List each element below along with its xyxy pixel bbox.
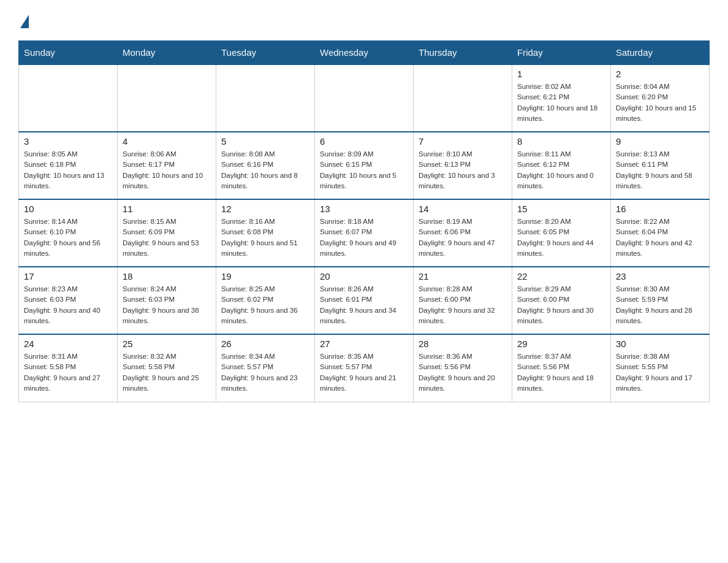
calendar-cell: 10Sunrise: 8:14 AMSunset: 6:10 PMDayligh… xyxy=(19,199,118,267)
header-thursday: Thursday xyxy=(414,41,512,65)
calendar-cell: 26Sunrise: 8:34 AMSunset: 5:57 PMDayligh… xyxy=(216,334,315,402)
cell-info: Sunrise: 8:09 AMSunset: 6:15 PMDaylight:… xyxy=(320,149,408,191)
weekday-header-row: Sunday Monday Tuesday Wednesday Thursday… xyxy=(19,41,710,65)
header-friday: Friday xyxy=(512,41,611,65)
cell-info: Sunrise: 8:28 AMSunset: 6:00 PMDaylight:… xyxy=(419,284,507,326)
calendar-cell xyxy=(118,64,216,132)
calendar-cell: 13Sunrise: 8:18 AMSunset: 6:07 PMDayligh… xyxy=(315,199,414,267)
day-number: 15 xyxy=(517,204,605,214)
cell-info: Sunrise: 8:29 AMSunset: 6:00 PMDaylight:… xyxy=(517,284,605,326)
calendar-cell: 3Sunrise: 8:05 AMSunset: 6:18 PMDaylight… xyxy=(19,132,118,199)
calendar-cell: 30Sunrise: 8:38 AMSunset: 5:55 PMDayligh… xyxy=(611,334,710,402)
cell-info: Sunrise: 8:06 AMSunset: 6:17 PMDaylight:… xyxy=(123,149,211,191)
day-number: 18 xyxy=(123,271,211,282)
cell-info: Sunrise: 8:05 AMSunset: 6:18 PMDaylight:… xyxy=(24,149,112,191)
calendar-cell xyxy=(414,64,512,132)
cell-info: Sunrise: 8:32 AMSunset: 5:58 PMDaylight:… xyxy=(123,351,211,394)
calendar-cell: 5Sunrise: 8:08 AMSunset: 6:16 PMDaylight… xyxy=(216,132,315,199)
calendar-cell: 9Sunrise: 8:13 AMSunset: 6:11 PMDaylight… xyxy=(611,132,710,199)
cell-info: Sunrise: 8:24 AMSunset: 6:03 PMDaylight:… xyxy=(123,284,211,326)
calendar-cell xyxy=(19,64,118,132)
calendar-cell: 17Sunrise: 8:23 AMSunset: 6:03 PMDayligh… xyxy=(19,267,118,334)
calendar-cell: 11Sunrise: 8:15 AMSunset: 6:09 PMDayligh… xyxy=(118,199,216,267)
cell-info: Sunrise: 8:34 AMSunset: 5:57 PMDaylight:… xyxy=(221,351,309,394)
calendar-cell: 15Sunrise: 8:20 AMSunset: 6:05 PMDayligh… xyxy=(512,199,611,267)
day-number: 22 xyxy=(517,271,605,282)
calendar-cell: 20Sunrise: 8:26 AMSunset: 6:01 PMDayligh… xyxy=(315,267,414,334)
cell-info: Sunrise: 8:13 AMSunset: 6:11 PMDaylight:… xyxy=(616,149,704,191)
day-number: 4 xyxy=(123,136,211,147)
calendar-table: Sunday Monday Tuesday Wednesday Thursday… xyxy=(18,40,710,402)
calendar-cell: 25Sunrise: 8:32 AMSunset: 5:58 PMDayligh… xyxy=(118,334,216,402)
calendar-week-row: 3Sunrise: 8:05 AMSunset: 6:18 PMDaylight… xyxy=(19,132,710,199)
header-tuesday: Tuesday xyxy=(216,41,315,65)
calendar-week-row: 10Sunrise: 8:14 AMSunset: 6:10 PMDayligh… xyxy=(19,199,710,267)
cell-info: Sunrise: 8:14 AMSunset: 6:10 PMDaylight:… xyxy=(24,216,112,259)
day-number: 7 xyxy=(419,136,507,147)
logo-triangle-icon xyxy=(20,15,29,28)
header-monday: Monday xyxy=(118,41,216,65)
calendar-cell: 2Sunrise: 8:04 AMSunset: 6:20 PMDaylight… xyxy=(611,64,710,132)
cell-info: Sunrise: 8:31 AMSunset: 5:58 PMDaylight:… xyxy=(24,351,112,394)
cell-info: Sunrise: 8:02 AMSunset: 6:21 PMDaylight:… xyxy=(517,82,605,124)
day-number: 23 xyxy=(616,271,704,282)
cell-info: Sunrise: 8:23 AMSunset: 6:03 PMDaylight:… xyxy=(24,284,112,326)
header-sunday: Sunday xyxy=(19,41,118,65)
day-number: 11 xyxy=(123,204,211,214)
calendar-cell: 12Sunrise: 8:16 AMSunset: 6:08 PMDayligh… xyxy=(216,199,315,267)
day-number: 2 xyxy=(616,69,704,79)
cell-info: Sunrise: 8:30 AMSunset: 5:59 PMDaylight:… xyxy=(616,284,704,326)
day-number: 29 xyxy=(517,339,605,349)
cell-info: Sunrise: 8:10 AMSunset: 6:13 PMDaylight:… xyxy=(419,149,507,191)
day-number: 30 xyxy=(616,339,704,349)
cell-info: Sunrise: 8:11 AMSunset: 6:12 PMDaylight:… xyxy=(517,149,605,191)
calendar-cell: 1Sunrise: 8:02 AMSunset: 6:21 PMDaylight… xyxy=(512,64,611,132)
header xyxy=(18,12,710,28)
logo xyxy=(18,12,29,28)
cell-info: Sunrise: 8:04 AMSunset: 6:20 PMDaylight:… xyxy=(616,82,704,124)
day-number: 6 xyxy=(320,136,408,147)
cell-info: Sunrise: 8:18 AMSunset: 6:07 PMDaylight:… xyxy=(320,216,408,259)
cell-info: Sunrise: 8:08 AMSunset: 6:16 PMDaylight:… xyxy=(221,149,309,191)
cell-info: Sunrise: 8:22 AMSunset: 6:04 PMDaylight:… xyxy=(616,216,704,259)
cell-info: Sunrise: 8:16 AMSunset: 6:08 PMDaylight:… xyxy=(221,216,309,259)
calendar-cell: 19Sunrise: 8:25 AMSunset: 6:02 PMDayligh… xyxy=(216,267,315,334)
cell-info: Sunrise: 8:15 AMSunset: 6:09 PMDaylight:… xyxy=(123,216,211,259)
day-number: 21 xyxy=(419,271,507,282)
calendar-cell: 29Sunrise: 8:37 AMSunset: 5:56 PMDayligh… xyxy=(512,334,611,402)
day-number: 24 xyxy=(24,339,112,349)
calendar-cell: 18Sunrise: 8:24 AMSunset: 6:03 PMDayligh… xyxy=(118,267,216,334)
day-number: 13 xyxy=(320,204,408,214)
day-number: 12 xyxy=(221,204,309,214)
day-number: 27 xyxy=(320,339,408,349)
calendar-cell: 27Sunrise: 8:35 AMSunset: 5:57 PMDayligh… xyxy=(315,334,414,402)
day-number: 14 xyxy=(419,204,507,214)
calendar-cell: 14Sunrise: 8:19 AMSunset: 6:06 PMDayligh… xyxy=(414,199,512,267)
calendar-week-row: 24Sunrise: 8:31 AMSunset: 5:58 PMDayligh… xyxy=(19,334,710,402)
calendar-cell xyxy=(315,64,414,132)
day-number: 8 xyxy=(517,136,605,147)
day-number: 16 xyxy=(616,204,704,214)
calendar-cell: 24Sunrise: 8:31 AMSunset: 5:58 PMDayligh… xyxy=(19,334,118,402)
day-number: 25 xyxy=(123,339,211,349)
cell-info: Sunrise: 8:26 AMSunset: 6:01 PMDaylight:… xyxy=(320,284,408,326)
cell-info: Sunrise: 8:35 AMSunset: 5:57 PMDaylight:… xyxy=(320,351,408,394)
day-number: 28 xyxy=(419,339,507,349)
calendar-week-row: 17Sunrise: 8:23 AMSunset: 6:03 PMDayligh… xyxy=(19,267,710,334)
day-number: 10 xyxy=(24,204,112,214)
header-saturday: Saturday xyxy=(611,41,710,65)
cell-info: Sunrise: 8:36 AMSunset: 5:56 PMDaylight:… xyxy=(419,351,507,394)
calendar-cell: 8Sunrise: 8:11 AMSunset: 6:12 PMDaylight… xyxy=(512,132,611,199)
calendar-cell xyxy=(216,64,315,132)
day-number: 5 xyxy=(221,136,309,147)
calendar-cell: 21Sunrise: 8:28 AMSunset: 6:00 PMDayligh… xyxy=(414,267,512,334)
cell-info: Sunrise: 8:37 AMSunset: 5:56 PMDaylight:… xyxy=(517,351,605,394)
day-number: 9 xyxy=(616,136,704,147)
day-number: 17 xyxy=(24,271,112,282)
calendar-cell: 16Sunrise: 8:22 AMSunset: 6:04 PMDayligh… xyxy=(611,199,710,267)
calendar-cell: 23Sunrise: 8:30 AMSunset: 5:59 PMDayligh… xyxy=(611,267,710,334)
calendar-cell: 22Sunrise: 8:29 AMSunset: 6:00 PMDayligh… xyxy=(512,267,611,334)
cell-info: Sunrise: 8:25 AMSunset: 6:02 PMDaylight:… xyxy=(221,284,309,326)
cell-info: Sunrise: 8:38 AMSunset: 5:55 PMDaylight:… xyxy=(616,351,704,394)
calendar-cell: 6Sunrise: 8:09 AMSunset: 6:15 PMDaylight… xyxy=(315,132,414,199)
